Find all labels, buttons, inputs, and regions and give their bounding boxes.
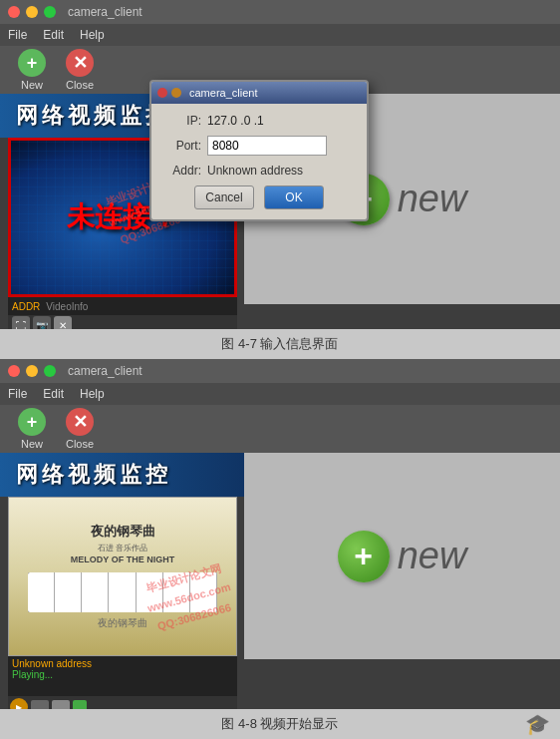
- bottom-menu-help[interactable]: Help: [80, 387, 105, 401]
- cancel-button[interactable]: Cancel: [194, 185, 254, 209]
- bottom-window: camera_client File Edit Help + New ✕ Clo…: [0, 359, 560, 739]
- dialog-titlebar: camera_client: [151, 82, 367, 104]
- dialog-ip-row: IP: 127.0 .0 .1: [161, 114, 357, 128]
- bottom-new-label: New: [21, 438, 43, 450]
- connection-dialog: camera_client IP: 127.0 .0 .1 Port: Addr…: [149, 80, 369, 221]
- piano-caption: 夜的钢琴曲: [98, 616, 147, 630]
- piano-content: 夜的钢琴曲 石进 音乐作品 MELODY OF THE NIGHT 夜的钢琴曲: [9, 498, 236, 655]
- unknown-address-status: Unknown address: [12, 658, 233, 669]
- top-window: camera_client File Edit Help + New ✕ Clo…: [0, 0, 560, 359]
- bottom-toolbar: + New ✕ Close 网络视频监控 📷: [0, 405, 560, 453]
- bottom-banner-text: 网络视频监控: [16, 460, 171, 490]
- port-field-label: Port:: [161, 139, 201, 153]
- bottom-add-circle-icon[interactable]: +: [338, 531, 390, 582]
- bottom-menubar: File Edit Help: [0, 383, 560, 405]
- port-input[interactable]: [207, 136, 327, 156]
- bottom-new-area-label[interactable]: new: [398, 535, 467, 577]
- piano-key-7: [190, 572, 217, 612]
- bottom-video-preview: 夜的钢琴曲 石进 音乐作品 MELODY OF THE NIGHT 夜的钢琴曲: [8, 497, 237, 656]
- bottom-new-icon: +: [18, 408, 46, 436]
- piano-key-2: [55, 572, 82, 612]
- addr-field-label: Addr:: [161, 164, 201, 178]
- bottom-new-area: + new: [244, 453, 560, 659]
- dialog-body: IP: 127.0 .0 .1 Port: Addr: Unknown addr…: [151, 104, 367, 219]
- bottom-close-icon: ✕: [66, 408, 94, 436]
- piano-key-5: [137, 572, 163, 612]
- piano-key-6: [163, 572, 190, 612]
- dialog-port-row: Port:: [161, 136, 357, 156]
- bottom-close-button[interactable]: ✕ Close: [58, 408, 102, 450]
- addr-field-value: Unknown address: [207, 164, 303, 178]
- piano-keys: [28, 572, 218, 612]
- bottom-status-bar: Unknown address Playing...: [8, 656, 237, 696]
- bottom-new-button[interactable]: + New: [10, 408, 54, 450]
- piano-key-3: [82, 572, 109, 612]
- bottom-new-button-area[interactable]: + new: [338, 531, 467, 582]
- bottom-menu-file[interactable]: File: [8, 387, 27, 401]
- bottom-close-label: Close: [66, 438, 94, 450]
- logo-decoration-icon: 🎓: [525, 712, 550, 736]
- piano-key-4: [109, 572, 136, 612]
- dialog-tl-red[interactable]: [157, 88, 167, 98]
- piano-title-english: MELODY OF THE NIGHT: [71, 554, 174, 564]
- bottom-window-title: camera_client: [68, 364, 142, 378]
- piano-title-chinese: 夜的钢琴曲: [91, 523, 155, 541]
- bottom-window-titlebar: camera_client: [0, 359, 560, 383]
- bottom-menu-edit[interactable]: Edit: [43, 387, 64, 401]
- dialog-title: camera_client: [189, 87, 257, 99]
- bottom-tl-green[interactable]: [44, 365, 56, 377]
- piano-key-1: [28, 572, 55, 612]
- ok-button[interactable]: OK: [264, 185, 324, 209]
- dialog-tl-yellow[interactable]: [171, 88, 181, 98]
- piano-subtitle: 石进 音乐作品: [98, 543, 147, 554]
- bottom-tl-red[interactable]: [8, 365, 20, 377]
- dialog-addr-row: Addr: Unknown address: [161, 164, 357, 178]
- ip-field-value: 127.0 .0 .1: [207, 114, 264, 128]
- dialog-overlay: camera_client IP: 127.0 .0 .1 Port: Addr…: [0, 0, 560, 359]
- bottom-tl-yellow[interactable]: [26, 365, 38, 377]
- playing-status: Playing...: [12, 669, 233, 680]
- dialog-buttons: Cancel OK: [161, 185, 357, 209]
- ip-field-label: IP:: [161, 114, 201, 128]
- caption-bottom: 图 4-8 视频开始显示 🎓: [0, 709, 560, 739]
